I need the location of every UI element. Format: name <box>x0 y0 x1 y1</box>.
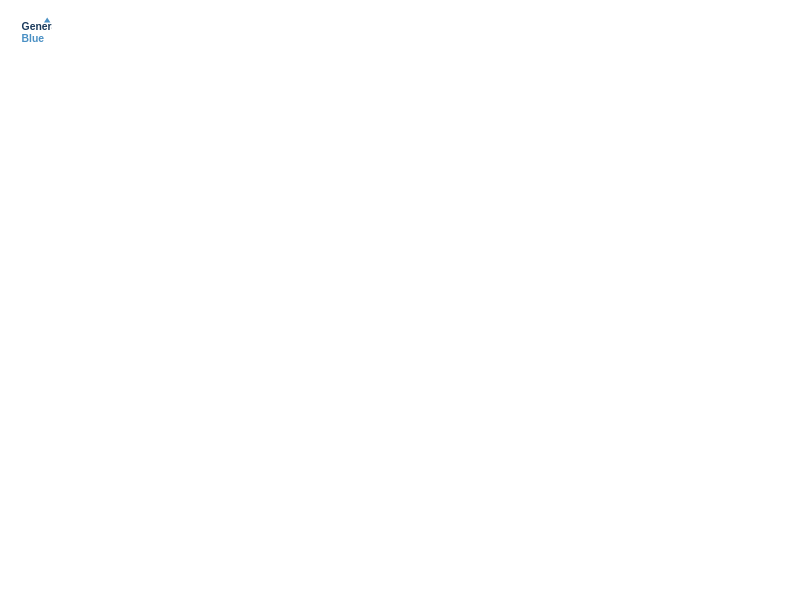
page: General Blue <box>0 0 792 612</box>
svg-text:Blue: Blue <box>22 33 45 44</box>
header: General Blue <box>20 16 772 48</box>
logo: General Blue <box>20 16 52 48</box>
svg-marker-2 <box>44 18 50 23</box>
svg-text:General: General <box>22 21 52 32</box>
logo-icon: General Blue <box>20 16 52 48</box>
